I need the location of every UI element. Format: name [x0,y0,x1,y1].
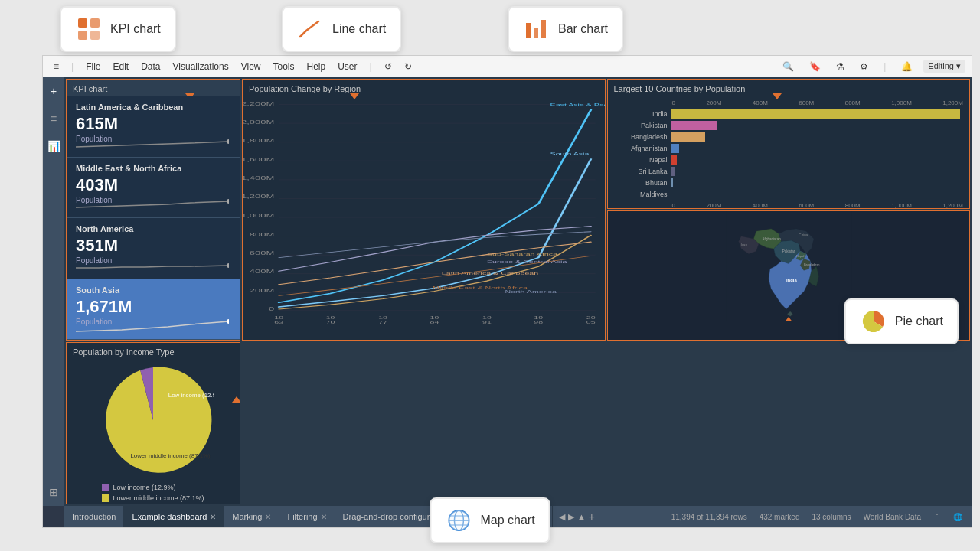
bar-label-afghanistan: Afghanistan [614,145,668,152]
tab-marking-close[interactable]: ✕ [265,513,271,521]
kpi-value-3: 351M [76,236,230,255]
bar-icon [523,15,550,43]
bar-row-afghanistan: Afghanistan [614,144,964,153]
kpi-sparkline-4 [76,318,229,333]
tab-introduction-label: Introduction [72,512,116,521]
svg-text:India: India [786,278,796,282]
svg-text:200M: 200M [250,288,274,293]
bar-callout: Bar chart [508,6,623,52]
bar-row-bangladesh: Bangladesh [614,132,964,142]
bookmark-icon[interactable]: 🔖 [805,61,825,72]
sidebar-list-icon[interactable]: ≡ [46,111,61,126]
source-status: World Bank Data [864,513,921,521]
filter-icon[interactable]: ⚗ [831,61,849,72]
menu-tools[interactable]: Tools [268,61,299,72]
map-arrow [784,317,793,321]
line-arrow [350,93,359,99]
kpi-callout-label: KPI chart [110,22,161,36]
menu-redo[interactable]: ↻ [400,61,416,72]
line-panel: Population Change by Region 2,200M 2,000… [242,79,606,341]
svg-text:North America: North America [505,289,557,294]
pie-panel-title: Population by Income Type [67,343,240,360]
rows-status: 11,394 of 11,394 rows [671,513,747,521]
svg-rect-5 [534,28,538,38]
tab-nav-next[interactable]: ▶ [568,512,574,522]
svg-point-15 [227,263,229,268]
svg-text:84: 84 [430,320,439,324]
kpi-item-4: South Asia 1,671M Population [67,279,240,341]
menu-edit[interactable]: Edit [108,61,133,72]
bar-track-bangladesh [671,132,964,142]
bar-track-srilanka [671,167,964,176]
svg-text:800M: 800M [250,232,274,237]
legend-low-income-label: Low income (12.9%) [113,484,175,491]
menu-visualizations[interactable]: Visualizations [168,61,234,72]
bar-callout-label: Bar chart [558,22,608,36]
notification-icon[interactable]: 🔔 [897,61,917,72]
sidebar-plus-icon[interactable]: + [46,83,61,99]
bar-label-bangladesh: Bangladesh [614,133,668,141]
line-callout: Line chart [282,6,401,52]
svg-rect-0 [78,18,87,28]
settings-icon[interactable]: ⚙ [855,61,873,72]
svg-text:Europe & Central Asia: Europe & Central Asia [487,259,567,264]
marked-status: 432 marked [760,513,800,521]
menu-view[interactable]: View [237,61,266,72]
globe-icon [445,507,472,534]
pie-callout-label: Pie chart [895,315,943,328]
tab-nav-prev[interactable]: ◀ [559,512,565,522]
sidebar-chart-icon[interactable]: 📊 [46,139,61,154]
menu-right: 🔍 🔖 ⚗ ⚙ | 🔔 Editing ▾ [778,60,965,73]
svg-point-13 [227,139,229,144]
bar-fill-bangladesh [671,132,706,142]
bar-fill-bhutan [671,178,673,187]
svg-point-12 [449,510,469,530]
svg-text:400M: 400M [250,269,274,274]
globe-status-icon[interactable]: 🌐 [953,513,962,521]
bar-fill-afghanistan [671,144,679,153]
tab-nav-up[interactable]: ▲ [577,512,586,521]
bar-label-pakistan: Pakistan [614,122,668,129]
tab-status: 11,394 of 11,394 rows 432 marked 13 colu… [662,513,972,521]
svg-text:0: 0 [269,306,275,311]
svg-text:Iran: Iran [741,243,747,247]
bar-track-afghanistan [671,144,964,153]
bar-fill-maldives [671,190,671,199]
app-container: ≡ | File Edit Data Visualizations View T… [42,55,972,528]
menu-hamburger[interactable]: ≡ [49,61,64,72]
menu-user[interactable]: User [333,61,361,72]
tab-example-dashboard[interactable]: Example dashboard ✕ [124,506,224,527]
search-icon[interactable]: 🔍 [778,61,799,72]
tab-example-close[interactable]: ✕ [210,513,216,521]
line-callout-label: Line chart [332,22,386,36]
svg-text:70: 70 [326,320,335,324]
tab-filtering[interactable]: Filtering ✕ [279,506,335,527]
menu-undo[interactable]: ↺ [380,61,397,72]
svg-text:Afghanistan: Afghanistan [762,237,781,241]
legend-lower-middle-label: Lower middle income (87.1%) [113,494,204,502]
kpi-sparkline-2 [76,196,229,211]
map-callout-label: Map chart [480,514,534,527]
sidebar-grid-icon[interactable]: ⊞ [46,484,61,500]
svg-text:77: 77 [378,320,387,324]
svg-rect-1 [90,18,100,28]
tab-introduction[interactable]: Introduction [64,506,124,527]
menu-data[interactable]: Data [136,61,165,72]
svg-text:Low income (12.9%): Low income (12.9%) [168,392,214,399]
bar-row-bhutan: Bhutan [614,178,964,187]
pie-container: Low income (12.9%) Lower middle income (… [67,360,240,502]
more-options[interactable]: ⋮ [933,513,941,521]
bar-label-india: India [614,110,668,118]
bar-track-pakistan [671,121,964,130]
bar-label-nepal: Nepal [614,156,668,164]
tab-filtering-close[interactable]: ✕ [321,513,327,521]
svg-text:Nepal: Nepal [796,254,804,258]
tab-marking[interactable]: Marking ✕ [224,506,279,527]
svg-text:1,400M: 1,400M [243,176,274,181]
kpi-item-1: Latin America & Caribbean 615M Populatio… [67,96,240,158]
svg-point-14 [227,199,229,204]
menu-help[interactable]: Help [302,61,331,72]
tab-add[interactable]: + [589,510,595,523]
editing-label[interactable]: Editing ▾ [923,60,965,73]
menu-file[interactable]: File [81,61,105,72]
